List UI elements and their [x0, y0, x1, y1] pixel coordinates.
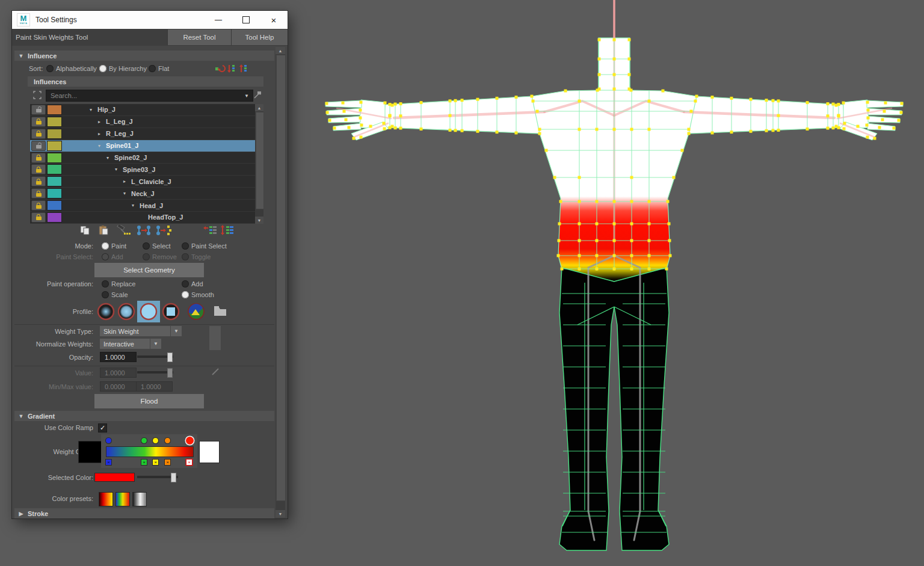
lock-toggle[interactable]	[31, 129, 46, 139]
influence-row-hip[interactable]: ▾Hip_J	[30, 104, 263, 116]
influence-row-r-leg[interactable]: ▸R_Leg_J	[30, 128, 263, 140]
select-geometry-button[interactable]: Select Geometry	[94, 263, 204, 277]
move-influence-up-icon[interactable]	[238, 64, 250, 73]
flood-button[interactable]: Flood	[94, 394, 204, 408]
opacity-field[interactable]: 1.0000	[100, 352, 137, 362]
brush-profile-image[interactable]	[186, 302, 206, 321]
refresh-influences-icon[interactable]	[214, 64, 226, 73]
maximize-button[interactable]	[232, 11, 260, 29]
paint-op-smooth-radio[interactable]	[182, 291, 189, 298]
joint-color-swatch[interactable]	[47, 164, 62, 174]
title-bar[interactable]: MMAYA Tool Settings — ×	[12, 11, 288, 29]
settings-scroll-thumb[interactable]	[276, 55, 286, 501]
paint-op-scale-radio[interactable]	[102, 291, 109, 298]
lock-toggle[interactable]	[31, 153, 46, 163]
joint-color-swatch[interactable]	[47, 141, 62, 151]
tree-scrollbar[interactable]: ▲ ▼	[255, 104, 263, 224]
ramp-handle-yellow[interactable]	[153, 438, 158, 443]
joint-color-swatch[interactable]	[47, 176, 62, 186]
ramp-handle-orange[interactable]	[165, 438, 170, 443]
expand-arrow-icon[interactable]: ▾	[132, 203, 140, 208]
joint-color-swatch[interactable]	[47, 200, 62, 211]
settings-scrollbar[interactable]: ▲ ▼	[276, 47, 285, 517]
weight-type-dropdown[interactable]: Skin Weight ▼	[100, 326, 182, 336]
weight-color-white-swatch[interactable]	[199, 441, 220, 463]
brush-profile-soft[interactable]	[117, 302, 136, 321]
brush-profile-gaussian[interactable]	[96, 302, 116, 321]
color-ramp-widget[interactable]: × × × × ×	[101, 434, 197, 468]
preset-rainbow-gradient[interactable]	[116, 492, 130, 506]
influence-row-neck[interactable]: ▾Neck_J	[30, 188, 263, 200]
expand-arrow-icon[interactable]: ▾	[123, 191, 131, 196]
mode-select-radio[interactable]	[143, 242, 150, 250]
search-dropdown-arrow-icon[interactable]: ▼	[244, 93, 249, 99]
ramp-delete-blue[interactable]: ×	[106, 460, 111, 465]
paste-weights-icon[interactable]	[97, 225, 114, 236]
expand-arrow-icon[interactable]: ▸	[98, 131, 106, 137]
scroll-down-icon[interactable]: ▼	[276, 510, 285, 517]
browse-brush-folder-icon[interactable]	[213, 304, 229, 318]
ramp-handle-red-selected[interactable]	[186, 437, 194, 444]
lock-toggle[interactable]	[31, 212, 46, 223]
influence-row-l-leg[interactable]: ▸L_Leg_J	[30, 116, 263, 128]
scroll-up-icon[interactable]: ▲	[276, 47, 285, 54]
scroll-down-icon[interactable]: ▼	[255, 217, 263, 224]
expand-arrow-icon[interactable]: ▾	[115, 167, 123, 172]
selection-box-icon[interactable]	[32, 90, 42, 100]
show-selected-influences-icon[interactable]	[203, 225, 218, 236]
copy-weights-icon[interactable]	[79, 225, 94, 236]
ramp-delete-yellow[interactable]: ×	[153, 460, 158, 465]
brush-profile-solid-selected[interactable]	[137, 301, 160, 322]
selected-color-slider[interactable]	[137, 473, 178, 481]
lock-toggle[interactable]	[31, 141, 46, 151]
selected-color-slider-handle[interactable]	[171, 473, 176, 482]
expand-arrow-icon[interactable]: ▸	[123, 179, 131, 184]
pin-filter-icon[interactable]	[253, 90, 262, 100]
lock-toggle[interactable]	[31, 105, 46, 115]
ramp-handle-blue[interactable]	[106, 438, 111, 443]
hammer-weights-icon[interactable]	[116, 225, 133, 236]
stroke-section-header[interactable]: ▶ Stroke	[14, 508, 274, 518]
color-ramp-bar[interactable]	[106, 446, 194, 457]
lock-toggle[interactable]	[31, 188, 46, 198]
joint-color-swatch[interactable]	[47, 188, 62, 198]
expand-arrow-icon[interactable]: ▾	[90, 107, 97, 112]
weight-color-black-swatch[interactable]	[78, 441, 102, 463]
ramp-delete-green[interactable]: ×	[141, 460, 147, 465]
selected-color-swatch[interactable]	[94, 473, 135, 482]
influence-row-spine03[interactable]: ▾Spine03_J	[30, 164, 263, 176]
influence-search-field[interactable]: Search... ▼	[46, 90, 253, 102]
joint-color-swatch[interactable]	[47, 212, 62, 223]
lock-toggle[interactable]	[31, 200, 46, 211]
sort-alphabetically-radio[interactable]	[46, 65, 54, 72]
mode-paint-radio[interactable]	[102, 242, 109, 250]
reset-tool-button[interactable]: Reset Tool	[167, 29, 231, 45]
normalize-weights-dropdown[interactable]: Interactive ▼	[100, 339, 161, 349]
scroll-up-icon[interactable]: ▲	[255, 104, 263, 111]
influences-list-header[interactable]: Influences	[28, 76, 263, 87]
influence-row-l-clavicle[interactable]: ▸L_Clavicle_J	[30, 176, 263, 188]
influence-section-header[interactable]: ▼ Influence	[14, 51, 274, 61]
move-weights-icon[interactable]	[135, 225, 153, 236]
opacity-slider[interactable]	[137, 352, 173, 361]
joint-color-swatch[interactable]	[47, 129, 62, 139]
influence-row-spine01[interactable]: ▾Spine01_J	[30, 140, 263, 152]
ramp-handle-green[interactable]	[141, 438, 147, 443]
tool-help-button[interactable]: Tool Help	[231, 29, 288, 45]
minimize-button[interactable]: —	[205, 11, 232, 29]
move-influence-down-icon[interactable]	[226, 64, 238, 73]
joint-color-swatch[interactable]	[47, 117, 62, 127]
gradient-section-header[interactable]: ▼ Gradient	[14, 411, 274, 421]
joint-color-swatch[interactable]	[47, 153, 62, 163]
ramp-delete-red-selected[interactable]: ×	[186, 460, 192, 465]
paint-op-add-radio[interactable]	[182, 280, 189, 288]
influence-row-head[interactable]: ▾Head_J	[30, 200, 263, 212]
preset-hot-gradient[interactable]	[99, 492, 113, 506]
lock-toggle[interactable]	[31, 164, 46, 174]
sort-by-hierarchy-radio[interactable]	[99, 65, 106, 72]
opacity-slider-handle[interactable]	[167, 352, 173, 362]
expand-arrow-icon[interactable]: ▸	[98, 119, 106, 125]
tree-scroll-thumb[interactable]	[256, 112, 264, 209]
move-weights-to-vertices-icon[interactable]	[155, 225, 173, 236]
ramp-delete-orange[interactable]: ×	[165, 460, 170, 465]
